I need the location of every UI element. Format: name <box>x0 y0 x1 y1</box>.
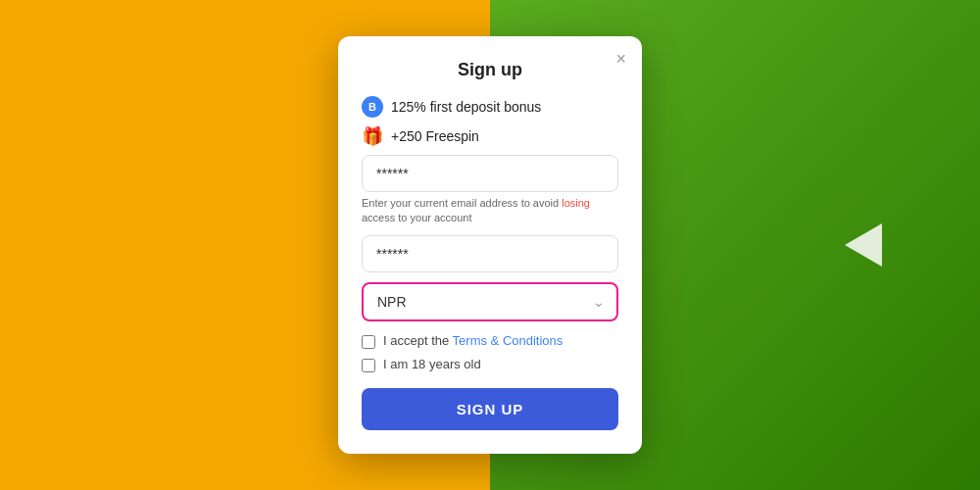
promo-bonus-row: B 125% first deposit bonus <box>362 96 618 118</box>
promo-freespin-row: 🎁 +250 Freespin <box>362 125 618 147</box>
promo-bonus-icon: B <box>362 96 383 118</box>
promo-gift-icon: 🎁 <box>362 125 383 147</box>
modal-overlay: × Sign up B 125% first deposit bonus 🎁 +… <box>338 36 642 455</box>
close-button[interactable]: × <box>615 50 626 68</box>
email-input[interactable] <box>362 155 618 192</box>
nav-arrow-right[interactable] <box>845 223 882 267</box>
promo-freespin-text: +250 Freespin <box>391 128 479 144</box>
currency-select[interactable]: NPR USD EUR GBP <box>364 284 616 319</box>
age-checkbox[interactable] <box>362 359 375 372</box>
terms-checkbox-row: I accept the Terms & Conditions <box>362 333 618 349</box>
signup-button[interactable]: SIGN UP <box>362 388 618 430</box>
password-group <box>362 235 618 272</box>
signup-modal: × Sign up B 125% first deposit bonus 🎁 +… <box>338 36 642 455</box>
terms-link[interactable]: Terms & Conditions <box>453 333 564 348</box>
email-group: Enter your current email address to avoi… <box>362 155 618 226</box>
email-hint: Enter your current email address to avoi… <box>362 196 618 226</box>
promo-bonus-text: 125% first deposit bonus <box>391 99 541 115</box>
terms-checkbox[interactable] <box>362 335 375 349</box>
modal-title: Sign up <box>362 60 618 80</box>
password-input[interactable] <box>362 235 618 272</box>
currency-select-wrapper: NPR USD EUR GBP ⌄ <box>362 282 618 321</box>
terms-label: I accept the Terms & Conditions <box>383 333 563 348</box>
age-checkbox-row: I am 18 years old <box>362 357 618 372</box>
age-label: I am 18 years old <box>383 357 481 371</box>
